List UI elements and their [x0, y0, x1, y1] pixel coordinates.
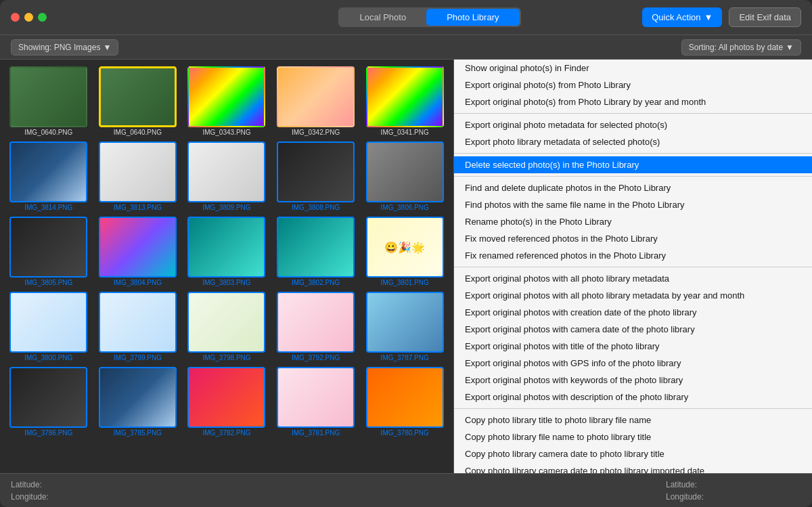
traffic-lights — [11, 13, 47, 22]
latitude-left-label: Latitude: — [11, 480, 146, 489]
tab-photo-library[interactable]: Photo Library — [426, 9, 519, 26]
minimize-button[interactable] — [24, 13, 33, 22]
photo-thumbnail — [277, 141, 355, 202]
longitude-left-label: Longitude: — [11, 492, 146, 502]
photo-item[interactable]: IMG_3800.PNG — [7, 292, 91, 361]
photo-item[interactable]: IMG_3805.PNG — [7, 217, 91, 286]
photo-thumbnail — [99, 292, 177, 353]
photo-thumbnail — [277, 292, 355, 353]
photo-label: IMG_0640.PNG — [114, 129, 162, 136]
photo-item[interactable]: IMG_3780.PNG — [363, 367, 447, 437]
photo-label: IMG_3800.PNG — [24, 354, 72, 361]
photo-label: IMG_3804.PNG — [114, 279, 162, 286]
dropdown-menu: Show original photo(s) in FinderExport o… — [454, 60, 812, 473]
photo-label: IMG_0342.PNG — [292, 129, 340, 136]
photo-item[interactable]: IMG_3804.PNG — [96, 217, 180, 286]
photo-item[interactable]: IMG_3802.PNG — [274, 217, 358, 286]
quick-action-label: Quick Action — [652, 12, 700, 22]
menu-item-export-title[interactable]: Export original photos with title of the… — [454, 338, 812, 355]
menu-separator — [454, 267, 812, 267]
photo-label: IMG_3798.PNG — [202, 354, 250, 361]
tab-local-photo[interactable]: Local Photo — [340, 9, 427, 26]
photo-thumbnail: 😀🎉🌟 — [366, 217, 444, 278]
menu-item-export-creation-date[interactable]: Export original photos with creation dat… — [454, 304, 812, 321]
photo-label: IMG_3792.PNG — [292, 354, 340, 361]
menu-item-export-all-metadata-year[interactable]: Export original photos with all photo li… — [454, 287, 812, 304]
photo-item[interactable]: IMG_3813.PNG — [96, 141, 180, 211]
photo-thumbnail — [9, 292, 87, 353]
photo-item[interactable]: IMG_3799.PNG — [96, 292, 180, 361]
photo-item[interactable]: IMG_0343.PNG — [185, 66, 269, 136]
photo-item[interactable]: 😀🎉🌟IMG_3801.PNG — [363, 217, 447, 286]
photo-item[interactable]: IMG_3786.PNG — [7, 367, 91, 437]
menu-item-copy-title-to-filename[interactable]: Copy photo library title to photo librar… — [454, 412, 812, 428]
maximize-button[interactable] — [38, 13, 47, 22]
photo-thumbnail — [9, 367, 87, 428]
menu-item-show-finder[interactable]: Show original photo(s) in Finder — [454, 60, 812, 76]
photo-label: IMG_3808.PNG — [292, 204, 340, 211]
photo-label: IMG_0341.PNG — [381, 129, 429, 136]
menu-item-export-library-metadata[interactable]: Export photo library metadata of selecte… — [454, 133, 812, 150]
photo-label: IMG_3786.PNG — [24, 429, 72, 437]
photo-item[interactable]: IMG_3787.PNG — [363, 292, 447, 361]
photo-label: IMG_3802.PNG — [292, 279, 340, 286]
photo-thumbnail — [187, 217, 265, 278]
photo-item[interactable]: IMG_3782.PNG — [185, 367, 269, 437]
photo-item[interactable]: IMG_3803.PNG — [185, 217, 269, 286]
photo-item[interactable]: IMG_0342.PNG — [274, 66, 358, 136]
photo-label: IMG_3809.PNG — [202, 204, 250, 211]
photo-item[interactable]: IMG_3785.PNG — [96, 367, 180, 437]
photo-label: IMG_3781.PNG — [292, 429, 340, 437]
photo-thumbnail — [99, 141, 177, 202]
chevron-down-icon: ▼ — [786, 43, 794, 52]
photo-item[interactable]: IMG_3806.PNG — [363, 141, 447, 211]
menu-item-copy-camera-date-to-title[interactable]: Copy photo library camera date to photo … — [454, 445, 812, 462]
tab-group: Local Photo Photo Library — [338, 7, 521, 27]
menu-item-export-all-metadata[interactable]: Export original photos with all photo li… — [454, 270, 812, 287]
menu-item-export-original[interactable]: Export original photo(s) from Photo Libr… — [454, 76, 812, 93]
photo-label: IMG_3787.PNG — [381, 354, 429, 361]
sorting-label: Sorting: All photos by date — [689, 43, 783, 52]
sorting-button[interactable]: Sorting: All photos by date ▼ — [681, 39, 801, 56]
menu-item-export-year-month[interactable]: Export original photo(s) from Photo Libr… — [454, 93, 812, 110]
menu-item-fix-moved[interactable]: Fix moved referenced photos in the Photo… — [454, 230, 812, 247]
menu-item-fix-renamed[interactable]: Fix renamed referenced photos in the Pho… — [454, 247, 812, 264]
menu-item-export-keywords[interactable]: Export original photos with keywords of … — [454, 372, 812, 389]
photo-thumbnail — [187, 367, 265, 428]
photo-label: IMG_3785.PNG — [114, 429, 162, 437]
menu-item-export-metadata-selected[interactable]: Export original photo metadata for selec… — [454, 116, 812, 133]
photo-item[interactable]: IMG_0640.PNG — [7, 66, 91, 136]
photo-thumbnail — [187, 66, 265, 127]
menu-item-export-description[interactable]: Export original photos with description … — [454, 389, 812, 405]
menu-item-export-gps[interactable]: Export original photos with GPS info of … — [454, 355, 812, 372]
photo-item[interactable]: IMG_0640.PNG — [96, 66, 180, 136]
longitude-right-label: Longitude: — [666, 492, 801, 502]
edit-exif-button[interactable]: Edit Exif data — [729, 7, 801, 27]
showing-filter-button[interactable]: Showing: PNG Images ▼ — [11, 39, 118, 56]
photo-thumbnail — [9, 66, 87, 127]
menu-item-find-delete-dup[interactable]: Find and delete duplicate photos in the … — [454, 179, 812, 196]
quick-action-button[interactable]: Quick Action ▼ — [642, 7, 722, 27]
menu-item-rename-photos[interactable]: Rename photo(s) in the Photo Library — [454, 213, 812, 230]
photo-label: IMG_3780.PNG — [381, 429, 429, 437]
photo-item[interactable]: IMG_3808.PNG — [274, 141, 358, 211]
menu-separator — [454, 408, 812, 409]
photo-thumbnail — [99, 367, 177, 428]
photo-item[interactable]: IMG_3809.PNG — [185, 141, 269, 211]
menu-item-copy-filename-to-title[interactable]: Copy photo library file name to photo li… — [454, 428, 812, 445]
photo-label: IMG_3801.PNG — [381, 279, 429, 286]
menu-item-find-same-name[interactable]: Find photos with the same file name in t… — [454, 196, 812, 213]
menu-item-delete-selected[interactable]: Delete selected photo(s) in the Photo Li… — [454, 156, 812, 173]
menu-item-export-camera-date[interactable]: Export original photos with camera date … — [454, 321, 812, 338]
menu-item-copy-camera-date-imported[interactable]: Copy photo library camera date to photo … — [454, 462, 812, 473]
photo-item[interactable]: IMG_3781.PNG — [274, 367, 358, 437]
photo-thumbnail — [277, 66, 355, 127]
photo-thumbnail — [366, 367, 444, 428]
photo-label: IMG_3806.PNG — [381, 204, 429, 211]
photo-item[interactable]: IMG_3798.PNG — [185, 292, 269, 361]
photo-label: IMG_3814.PNG — [24, 204, 72, 211]
photo-item[interactable]: IMG_0341.PNG — [363, 66, 447, 136]
photo-item[interactable]: IMG_3792.PNG — [274, 292, 358, 361]
close-button[interactable] — [11, 13, 20, 22]
photo-item[interactable]: IMG_3814.PNG — [7, 141, 91, 211]
